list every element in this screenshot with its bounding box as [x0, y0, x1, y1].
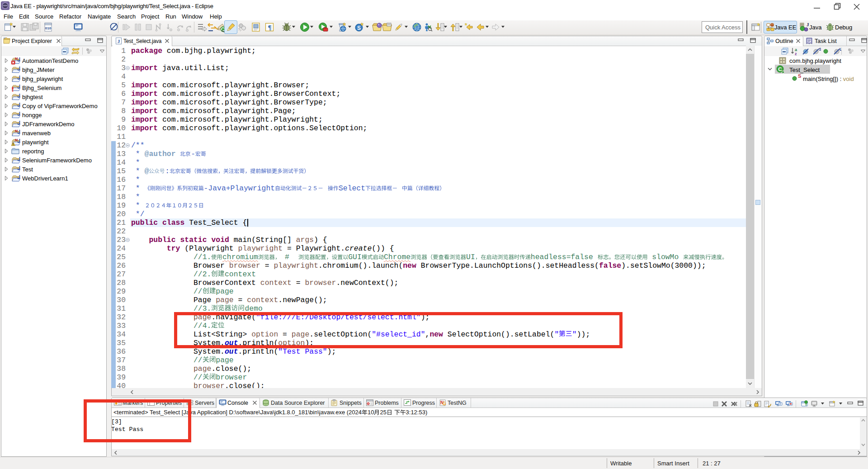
svg-text:¶: ¶ [268, 24, 271, 31]
svg-text:J: J [118, 38, 120, 44]
svg-text:M: M [15, 138, 18, 142]
svg-text:G: G [443, 401, 446, 406]
svg-text:z: z [795, 52, 797, 56]
svg-text:S: S [819, 47, 821, 52]
svg-text:010: 010 [45, 26, 52, 30]
svg-text:C: C [778, 66, 782, 72]
svg-text:M: M [15, 129, 18, 133]
svg-text:M: M [15, 57, 18, 61]
svg-text:S: S [357, 25, 361, 31]
